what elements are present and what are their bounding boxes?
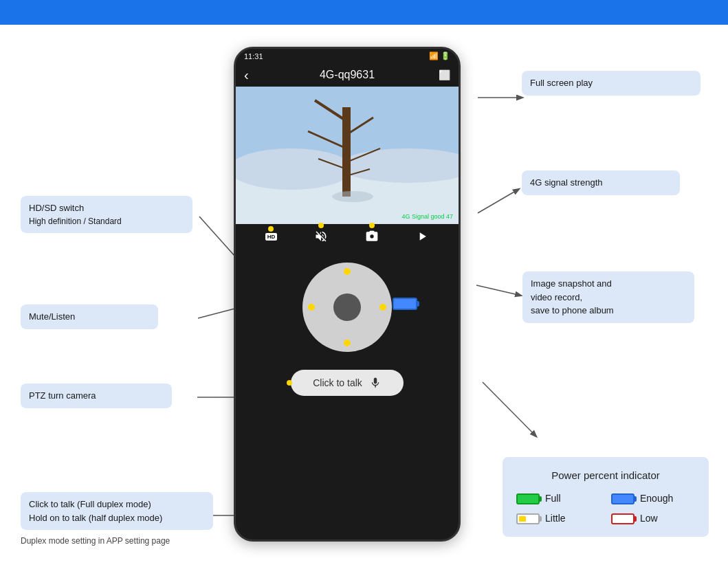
- phone-title-bar: ‹ 4G-qq9631 ⬜: [236, 63, 459, 87]
- status-icons: 📶 🔋: [429, 52, 450, 60]
- phone-bottom: [236, 407, 459, 462]
- annotation-talk-line2: Hold on to talk (half duplex mode): [29, 511, 205, 525]
- phone-mockup: 11:31 📶 🔋 ‹ 4G-qq9631 ⬜ 2021-10-27 11:30…: [234, 47, 461, 542]
- ptz-left[interactable]: [308, 304, 315, 311]
- bat-low-label: Low: [640, 511, 658, 526]
- duplex-note: Duplex mode setting in APP setting page: [21, 536, 170, 546]
- phone-status-bar: 11:31 📶 🔋: [236, 49, 459, 63]
- svg-line-6: [483, 382, 536, 436]
- power-low: Low: [611, 511, 695, 526]
- phone-title: 4G-qq9631: [320, 69, 375, 81]
- talk-button[interactable]: Click to talk: [291, 370, 404, 396]
- record-button[interactable]: [415, 230, 429, 243]
- status-time: 11:31: [244, 52, 263, 60]
- annotation-fullscreen: Full screen play: [522, 71, 701, 96]
- annotation-hdsd: HD/SD switch High definition / Standard: [21, 196, 192, 233]
- bat-little-label: Little: [545, 511, 566, 526]
- ptz-right[interactable]: [379, 304, 386, 311]
- ptz-area: [236, 249, 459, 359]
- annotation-snapshot-line1: Image snapshot and: [531, 277, 686, 291]
- snapshot-button[interactable]: [365, 230, 379, 243]
- annotation-talk-line1: Click to talk (Full duplex mode): [29, 498, 205, 511]
- back-button[interactable]: ‹: [244, 67, 249, 83]
- power-enough: Enough: [611, 491, 695, 506]
- control-bar: HD: [236, 224, 459, 249]
- annotation-mute-text: Mute/Listen: [29, 311, 75, 322]
- annotation-talk: Click to talk (Full duplex mode) Hold on…: [21, 492, 213, 530]
- hd-badge: HD: [265, 233, 278, 241]
- power-full: Full: [516, 491, 600, 506]
- svg-point-19: [332, 191, 373, 202]
- power-little: Little: [516, 511, 600, 526]
- annotation-fullscreen-text: Full screen play: [530, 78, 593, 88]
- annotation-mute: Mute/Listen: [21, 304, 158, 329]
- mute-button[interactable]: [314, 230, 328, 243]
- ptz-joystick[interactable]: [302, 263, 392, 352]
- bat-little-icon: [516, 513, 540, 524]
- hd-sd-button[interactable]: HD: [265, 233, 278, 241]
- bat-enough-icon: [611, 493, 635, 504]
- annotation-snapshot: Image snapshot and video record, save to…: [522, 271, 694, 323]
- power-grid: Full Enough Little Low: [516, 491, 695, 526]
- camera-feed: 2021-10-27 11:30:2 4G Signal good 47: [236, 87, 459, 224]
- bat-full-icon: [516, 493, 540, 504]
- power-title: Power percent indicator: [516, 468, 695, 484]
- ptz-down[interactable]: [344, 340, 351, 346]
- ptz-up[interactable]: [344, 268, 351, 275]
- svg-line-4: [476, 285, 521, 296]
- ptz-center[interactable]: [333, 293, 361, 321]
- bat-full-label: Full: [545, 491, 561, 506]
- bat-low-icon: [611, 513, 635, 524]
- bat-enough-label: Enough: [640, 491, 673, 506]
- annotation-snapshot-line2: video record,: [531, 291, 686, 304]
- battery-display: [393, 298, 417, 310]
- talk-label: Click to talk: [313, 377, 362, 388]
- talk-dot: [287, 380, 292, 386]
- svg-line-1: [478, 189, 519, 213]
- power-legend: Power percent indicator Full Enough Litt…: [503, 457, 709, 537]
- annotation-hdsd-line1: HD/SD switch: [29, 201, 184, 215]
- signal-quality-text: 4G Signal good 47: [401, 213, 453, 220]
- fullscreen-button[interactable]: ⬜: [439, 69, 450, 80]
- annotation-hdsd-line2: High definition / Standard: [29, 215, 184, 227]
- top-bar: [0, 0, 728, 25]
- talk-bar: Click to talk: [236, 359, 459, 407]
- annotation-snapshot-line3: save to phone album: [531, 304, 686, 318]
- annotation-ptz: PTZ turn camera: [21, 384, 172, 408]
- annotation-signal-text: 4G signal strength: [530, 177, 603, 188]
- annotation-signal: 4G signal strength: [522, 170, 680, 195]
- annotation-ptz-text: PTZ turn camera: [29, 390, 96, 401]
